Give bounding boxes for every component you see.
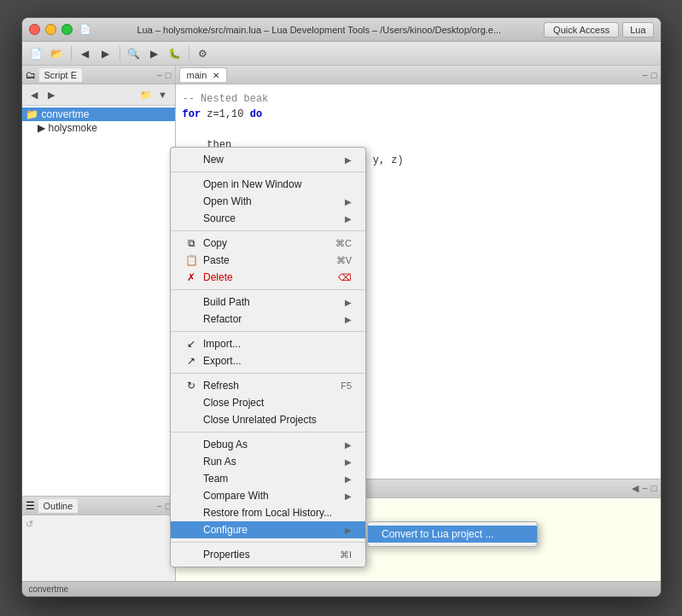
- editor-tab-icons: − □: [642, 70, 656, 80]
- editor-tab-bar: main ✕ − □: [176, 66, 661, 84]
- nav-btn-group: 📁 ▼: [137, 86, 172, 103]
- outline-min-icon[interactable]: −: [156, 501, 161, 511]
- code-line-5: 'pythagorean triple:', x, y, z): [183, 153, 654, 168]
- file-tree: 📁 convertme ▶ holysmoke: [22, 106, 175, 496]
- panel-nav: ◀ ▶ 📁 ▼: [22, 84, 175, 106]
- outline-refresh-icon: ↺: [26, 519, 33, 530]
- toolbar-separator-1: [71, 46, 72, 61]
- bottom-min-icon[interactable]: −: [642, 483, 647, 494]
- code-line-4: then: [183, 137, 654, 153]
- editor-tab-label: main: [187, 70, 207, 80]
- window-title: Lua – holysmoke/src/main.lua – Lua Devel…: [95, 25, 545, 35]
- editor-tab-main[interactable]: main ✕: [179, 67, 228, 82]
- status-bar: convertme: [22, 581, 661, 596]
- code-line-3: [183, 122, 654, 137]
- folder-icon-convertme: 📁: [26, 108, 38, 120]
- title-icon: 📄: [79, 24, 91, 35]
- outline-panel: ☰ Outline − □ ↺: [22, 496, 175, 581]
- outline-max-icon[interactable]: □: [166, 501, 172, 511]
- search-button[interactable]: 🔍: [125, 44, 143, 63]
- arrow-icon-holysmoke: ▶: [38, 122, 45, 134]
- editor-max-icon[interactable]: □: [651, 70, 657, 80]
- settings-button[interactable]: ⚙: [194, 44, 213, 63]
- bottom-tab-bar: c ✕ ◀ − □: [176, 479, 661, 498]
- debug-button[interactable]: 🐛: [166, 44, 184, 63]
- outline-icon: ☰: [26, 500, 35, 512]
- script-explorer-tab[interactable]: Script E: [39, 68, 83, 82]
- code-line-2: for z=1,10 do: [183, 107, 654, 122]
- open-button[interactable]: 📂: [48, 44, 67, 63]
- bottom-tab[interactable]: c: [179, 482, 198, 496]
- minimize-panel-icon[interactable]: −: [156, 70, 161, 80]
- bottom-content: [176, 498, 661, 581]
- bottom-max-icon[interactable]: □: [651, 483, 657, 494]
- bottom-tab-icons: ◀ − □: [632, 483, 656, 494]
- close-button[interactable]: [29, 24, 40, 35]
- lua-button[interactable]: Lua: [622, 22, 653, 38]
- tree-label-convertme: convertme: [42, 108, 90, 120]
- editor-content[interactable]: -- Nested beak for z=1,10 do then 'pytha…: [176, 84, 661, 479]
- bottom-nav-left[interactable]: ◀: [632, 483, 638, 494]
- left-panel: 🗂 Script E − □ ◀ ▶ 📁 ▼ 📁 convertme: [22, 66, 176, 581]
- nav-menu-btn[interactable]: ▼: [154, 86, 172, 103]
- toolbar-separator-3: [189, 46, 189, 61]
- bottom-panel: c ✕ ◀ − □: [176, 479, 661, 581]
- script-icon: 🗂: [26, 69, 36, 81]
- quick-access-button[interactable]: Quick Access: [544, 22, 619, 38]
- maximize-button[interactable]: [61, 24, 73, 35]
- back-button[interactable]: ◀: [76, 44, 95, 63]
- outline-tab[interactable]: Outline: [38, 499, 79, 513]
- window-controls: [29, 24, 73, 35]
- tree-item-holysmoke[interactable]: ▶ holysmoke: [34, 121, 175, 135]
- nav-forward-btn[interactable]: ▶: [43, 86, 60, 103]
- new-button[interactable]: 📄: [27, 44, 46, 63]
- outline-tab-bar: ☰ Outline − □: [22, 497, 175, 515]
- left-tab-bar: 🗂 Script E − □: [22, 66, 175, 84]
- code-line-1: -- Nested beak: [183, 91, 654, 107]
- toolbar: 📄 📂 ◀ ▶ 🔍 ▶ 🐛 ⚙: [22, 42, 661, 66]
- main-area: 🗂 Script E − □ ◀ ▶ 📁 ▼ 📁 convertme: [22, 66, 661, 581]
- panel-tab-icons: − □: [156, 70, 171, 80]
- editor-min-icon[interactable]: −: [642, 70, 647, 80]
- minimize-button[interactable]: [45, 24, 56, 35]
- maximize-panel-icon[interactable]: □: [166, 70, 172, 80]
- editor-tab-close[interactable]: ✕: [213, 71, 219, 80]
- right-panel: main ✕ − □ -- Nested beak for z=1,10 do …: [176, 66, 661, 581]
- tree-item-convertme[interactable]: 📁 convertme: [22, 108, 175, 121]
- bottom-tab-close[interactable]: ✕: [201, 484, 207, 493]
- collapse-btn[interactable]: 📁: [137, 86, 154, 103]
- tree-label-holysmoke: holysmoke: [49, 122, 97, 134]
- outline-tab-icons: − □: [156, 501, 171, 511]
- title-bar: 📄 Lua – holysmoke/src/main.lua – Lua Dev…: [22, 18, 661, 42]
- nav-back-btn[interactable]: ◀: [26, 86, 43, 103]
- status-text: convertme: [29, 584, 69, 594]
- main-window: 📄 Lua – holysmoke/src/main.lua – Lua Dev…: [21, 17, 662, 597]
- forward-button[interactable]: ▶: [96, 44, 115, 63]
- run-button[interactable]: ▶: [145, 44, 164, 63]
- toolbar-separator-2: [119, 46, 120, 61]
